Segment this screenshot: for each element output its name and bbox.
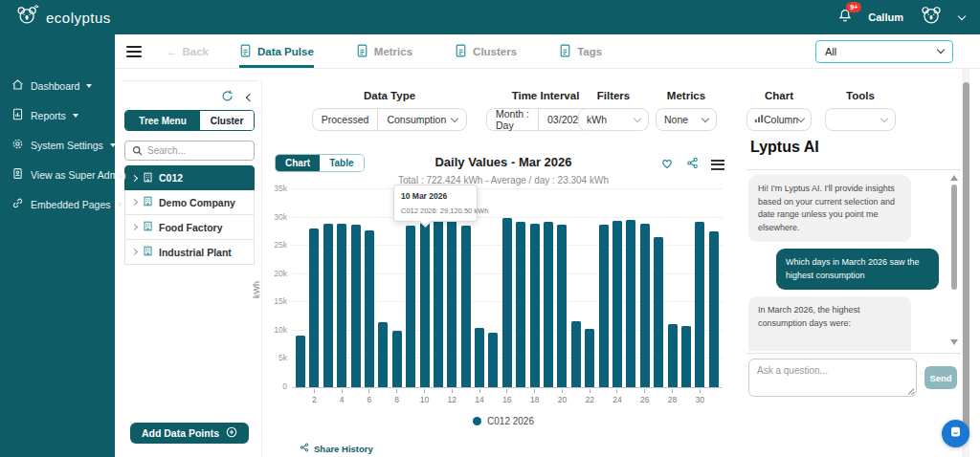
bar[interactable] xyxy=(447,218,457,387)
admin-badge-icon xyxy=(11,167,24,182)
sidebar-item-reports[interactable]: Reports xyxy=(0,100,115,130)
tree-item-industrial-plant[interactable]: Industrial Plant xyxy=(124,240,255,265)
tree-panel-tabs: Tree Menu Cluster xyxy=(124,110,255,131)
chevron-down-icon xyxy=(86,84,92,88)
xtick-label: 2 xyxy=(309,389,319,406)
bar[interactable] xyxy=(434,218,443,387)
bar[interactable] xyxy=(557,225,567,387)
scrollbar-thumb[interactable] xyxy=(951,185,957,290)
bar[interactable] xyxy=(640,224,650,388)
page-scrollbar[interactable] xyxy=(962,34,969,457)
ask-question-input[interactable] xyxy=(748,359,917,397)
send-button[interactable]: Send xyxy=(924,366,957,389)
chat-widget-button[interactable] xyxy=(942,420,969,447)
bar[interactable] xyxy=(351,225,361,387)
bar[interactable] xyxy=(626,220,635,387)
bar[interactable] xyxy=(502,218,512,387)
scrollbar-thumb[interactable] xyxy=(963,82,969,438)
menu-toggle-icon[interactable] xyxy=(126,46,142,57)
refresh-icon[interactable] xyxy=(221,89,234,106)
bar[interactable] xyxy=(461,226,471,387)
bar[interactable] xyxy=(709,231,719,387)
bar[interactable] xyxy=(378,322,388,387)
tab-tree-menu[interactable]: Tree Menu xyxy=(125,111,200,130)
tree-search[interactable] xyxy=(124,141,255,161)
sidebar-item-system-settings[interactable]: System Settings xyxy=(0,130,115,160)
data-type-select[interactable]: Processed Consumption xyxy=(312,108,467,131)
user-menu-chevron-icon[interactable] xyxy=(958,11,966,19)
data-type-segment[interactable]: Processed xyxy=(313,109,378,130)
tree-item-food-factory[interactable]: Food Factory xyxy=(124,215,255,240)
add-data-points-button[interactable]: Add Data Points xyxy=(130,423,249,444)
bar[interactable] xyxy=(296,336,305,387)
notifications-button[interactable]: 9+ xyxy=(837,8,853,27)
report-icon xyxy=(11,108,24,122)
scroll-up-icon[interactable] xyxy=(950,175,958,181)
chart-menu-icon[interactable] xyxy=(711,160,724,170)
collapse-panel-icon[interactable] xyxy=(246,94,254,101)
tools-select[interactable] xyxy=(825,108,896,131)
tree-item-c012[interactable]: C012 xyxy=(124,165,255,190)
ai-chat-scrollbar[interactable] xyxy=(950,175,958,345)
sidebar-item-label: Reports xyxy=(31,110,66,121)
chevron-right-icon[interactable] xyxy=(131,249,138,255)
metrics-select[interactable]: None xyxy=(656,108,717,131)
data-type-value[interactable]: Consumption xyxy=(377,109,466,130)
tab-label: Tree Menu xyxy=(139,116,186,126)
sidebar-item-dashboard[interactable]: Dashboard xyxy=(0,71,115,100)
control-tools: Tools xyxy=(825,90,896,131)
scroll-down-icon[interactable] xyxy=(950,339,958,345)
tree-item-demo-company[interactable]: Demo Company xyxy=(124,190,255,215)
favorite-heart-icon[interactable] xyxy=(660,156,674,173)
bar[interactable] xyxy=(309,228,319,387)
bar[interactable] xyxy=(488,333,498,387)
tab-metrics[interactable]: Metrics xyxy=(356,34,412,68)
chart-legend[interactable]: C012 2026 xyxy=(273,416,734,426)
resize-handle-icon[interactable] xyxy=(907,387,915,395)
bar[interactable] xyxy=(406,226,415,387)
user-avatar[interactable] xyxy=(919,5,944,30)
bar[interactable] xyxy=(668,324,678,387)
sidebar-item-view-as-super-admin[interactable]: View as Super Admin xyxy=(0,160,115,189)
chevron-right-icon[interactable] xyxy=(131,199,138,206)
building-icon xyxy=(143,196,153,208)
bar[interactable] xyxy=(420,223,430,387)
xtick-label xyxy=(516,389,525,406)
bar[interactable] xyxy=(530,224,540,387)
time-interval-segment[interactable]: Month : Day xyxy=(487,109,538,130)
share-icon[interactable] xyxy=(686,156,699,173)
bar[interactable] xyxy=(516,222,525,387)
brand[interactable]: ecolyptus xyxy=(15,4,111,31)
tab-tags[interactable]: Tags xyxy=(559,34,602,68)
tab-data-pulse[interactable]: Data Pulse xyxy=(239,34,314,68)
bar[interactable] xyxy=(337,224,346,388)
chevron-right-icon[interactable] xyxy=(131,174,138,181)
bar[interactable] xyxy=(571,321,581,387)
bar[interactable] xyxy=(585,329,594,387)
bar[interactable] xyxy=(654,237,663,387)
scope-select[interactable]: All xyxy=(815,40,953,63)
tab-cluster[interactable]: Cluster xyxy=(200,111,254,130)
search-input[interactable] xyxy=(147,145,247,156)
bar[interactable] xyxy=(475,328,484,387)
building-icon xyxy=(143,172,153,185)
sidebar-item-embedded-pages[interactable]: Embedded Pages xyxy=(0,189,115,219)
filters-select[interactable]: kWh xyxy=(578,108,649,131)
bar[interactable] xyxy=(544,222,553,387)
bar[interactable] xyxy=(599,225,609,387)
bar[interactable] xyxy=(392,331,402,387)
control-label: Tools xyxy=(846,90,875,101)
module-tabs: Data Pulse Metrics Clusters Tags xyxy=(239,34,602,68)
bar[interactable] xyxy=(612,221,622,387)
bar[interactable] xyxy=(695,222,704,387)
data-type-value-label: Consumption xyxy=(387,114,446,125)
back-button[interactable]: ← Back xyxy=(167,46,209,57)
share-history-button[interactable]: Share History xyxy=(300,443,373,454)
tab-clusters[interactable]: Clusters xyxy=(455,34,517,68)
xtick-label xyxy=(488,389,498,406)
bar[interactable] xyxy=(323,224,333,387)
bar[interactable] xyxy=(365,230,374,387)
chart-type-select[interactable]: Column xyxy=(746,108,812,131)
bar[interactable] xyxy=(681,326,691,387)
chevron-right-icon[interactable] xyxy=(131,224,138,230)
